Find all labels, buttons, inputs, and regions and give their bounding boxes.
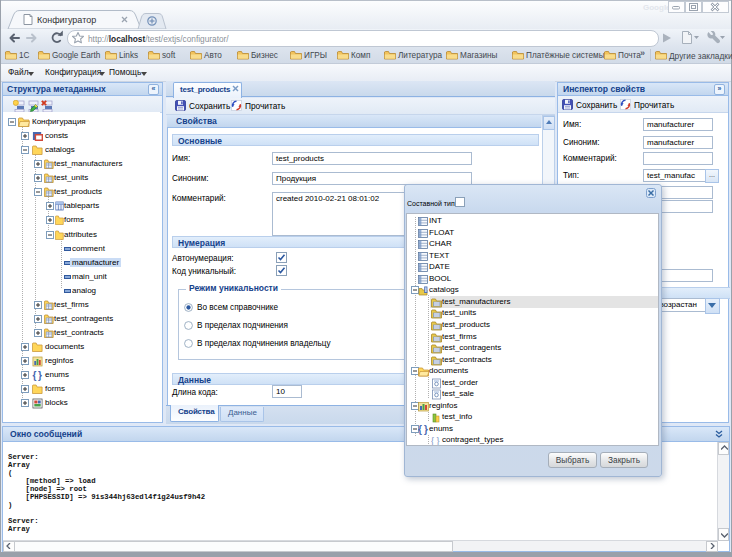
svg-text:{: { (32, 369, 36, 381)
svg-text:}: } (424, 424, 428, 435)
svg-text:}: } (437, 436, 440, 446)
svg-text:}: } (38, 369, 42, 381)
svg-text:{: { (431, 436, 434, 446)
svg-text:{: { (418, 424, 422, 435)
svg-text:Конфигуратор: Конфигуратор (37, 15, 96, 25)
